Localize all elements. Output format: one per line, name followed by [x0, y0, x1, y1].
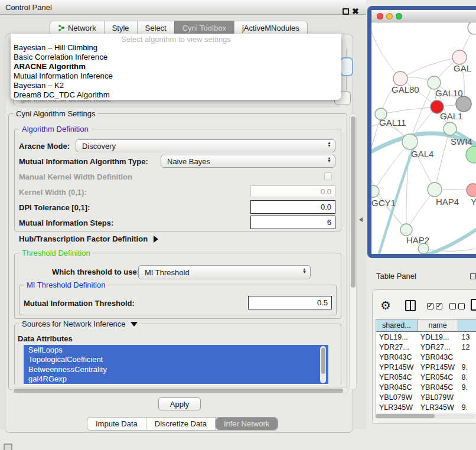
- network-node[interactable]: [468, 22, 476, 34]
- control-panel-title: Control Panel: [5, 3, 52, 12]
- node-label: GAL: [454, 63, 471, 73]
- apply-button[interactable]: Apply: [158, 397, 201, 410]
- network-graph[interactable]: GALGAL80GAL10GAL1GAL11SWI4GAL4GCY1HAP4YH…: [371, 22, 476, 254]
- dpi-tolerance-field[interactable]: 0.0: [250, 200, 335, 214]
- network-edge[interactable]: [423, 249, 476, 252]
- mi-steps-field[interactable]: 6: [250, 216, 335, 229]
- table-cell: YBR045C: [418, 382, 459, 392]
- attribute-list-scrollbar-thumb[interactable]: [321, 348, 325, 374]
- algorithm-option[interactable]: Bayesian – K2: [11, 80, 341, 90]
- tab-discretize-data[interactable]: Discretize Data: [146, 418, 216, 430]
- aracne-mode-select[interactable]: Discovery ▲▼: [76, 139, 335, 152]
- network-edge[interactable]: [400, 57, 459, 79]
- mi-threshold-field[interactable]: 0.5: [248, 296, 332, 309]
- tab-cyni-toolbox[interactable]: Cyni Toolbox: [174, 21, 234, 34]
- network-node-hap2[interactable]: [400, 224, 412, 236]
- which-threshold-select[interactable]: MI Threshold ▲▼: [138, 265, 311, 279]
- table-cell: YPR145W: [376, 362, 418, 372]
- table-cell: 13: [458, 332, 476, 342]
- network-node-gcy1[interactable]: [371, 185, 379, 197]
- dpi-tolerance-label: DPI Tolerance [0,1]:: [19, 203, 90, 212]
- network-node-gal10[interactable]: [428, 76, 441, 89]
- stepper-arrows-icon: ▲▼: [327, 141, 331, 147]
- split-pane-collapse-icon[interactable]: [359, 217, 363, 222]
- attribute-item[interactable]: TopologicalCoefficient: [24, 355, 328, 365]
- zoom-traffic-light-icon[interactable]: [396, 13, 402, 19]
- network-edge[interactable]: [406, 142, 410, 230]
- attribute-item[interactable]: BetweennessCentrality: [24, 364, 328, 374]
- inference-algorithm-combo-fragment[interactable]: [340, 57, 353, 76]
- table-horizontal-scrollbar-thumb[interactable]: [376, 414, 435, 418]
- table-header-row: shared...name: [376, 319, 476, 332]
- cyni-bottom-tabbar: Impute DataDiscretize DataInfer Network: [87, 417, 278, 431]
- kernel-width-field[interactable]: 0.0: [250, 185, 335, 197]
- tab-infer-network[interactable]: Infer Network: [216, 418, 278, 430]
- tab-jactivemnodules[interactable]: jActiveMNodules: [234, 21, 308, 34]
- network-edge[interactable]: [435, 129, 450, 190]
- table-row[interactable]: YLR345WYLR345W9.: [376, 402, 476, 412]
- gear-icon[interactable]: ⚙: [380, 298, 391, 312]
- manual-kernel-checkbox[interactable]: [324, 172, 332, 180]
- unselect-columns-icon[interactable]: [449, 303, 467, 309]
- table-cell: YLR345W: [376, 402, 418, 412]
- algorithm-option[interactable]: Basic Correlation Inference: [11, 52, 341, 61]
- table-cell: 8.: [458, 372, 476, 382]
- table-row[interactable]: YPR145WYPR145W9.: [376, 362, 476, 372]
- algorithm-option[interactable]: Mutual Information Inference: [11, 71, 341, 80]
- table-doc-icon[interactable]: [471, 299, 476, 311]
- table-row[interactable]: YBL079WYBL079W: [376, 392, 476, 402]
- stepper-arrows-icon: ▲▼: [327, 156, 331, 162]
- table-panel-float-icon[interactable]: [470, 273, 476, 279]
- node-label: Y: [471, 197, 476, 207]
- node-table[interactable]: shared...nameYDL19...YDL19...13YDR27...Y…: [376, 319, 476, 415]
- close-icon[interactable]: ✖: [352, 6, 359, 16]
- manual-kernel-label: Manual Kernel Width Definition: [19, 172, 132, 181]
- tab-network[interactable]: Network: [50, 21, 105, 34]
- network-window-titlebar[interactable]: [371, 10, 476, 22]
- algorithm-option[interactable]: ARACNE Algorithm: [11, 61, 341, 71]
- network-node[interactable]: [466, 146, 476, 163]
- collapsed-panel-chip[interactable]: [4, 444, 12, 450]
- network-node-gal80[interactable]: [393, 71, 407, 86]
- close-traffic-light-icon[interactable]: [377, 13, 383, 19]
- table-row[interactable]: YBR045CYBR045C9.: [376, 382, 476, 392]
- attribute-item[interactable]: gal4RGexp: [24, 374, 328, 384]
- network-node-gal[interactable]: [452, 50, 467, 64]
- network-node-swi4[interactable]: [444, 122, 457, 135]
- data-attributes-list[interactable]: SelfLoopsTopologicalCoefficientBetweenne…: [24, 345, 328, 385]
- settings-vertical-scrollbar-thumb[interactable]: [351, 116, 356, 288]
- control-panel-titlebar[interactable]: Control Panel: [0, 0, 366, 15]
- column-header[interactable]: [458, 319, 476, 332]
- select-columns-icon[interactable]: [427, 303, 445, 309]
- float-window-icon[interactable]: [343, 8, 349, 15]
- settings-horizontal-scrollbar-thumb[interactable]: [14, 389, 343, 393]
- network-node[interactable]: [418, 243, 429, 254]
- split-view-icon[interactable]: [405, 300, 416, 311]
- column-header-shared[interactable]: shared...: [376, 319, 418, 332]
- network-edge[interactable]: [371, 30, 400, 79]
- algorithm-option[interactable]: Bayesian – Hill Climbing: [11, 43, 341, 52]
- table-row[interactable]: YER054CYER054C8.: [376, 372, 476, 382]
- network-edge[interactable]: [381, 107, 437, 114]
- attribute-item[interactable]: SelfLoops: [24, 345, 328, 355]
- algorithm-option[interactable]: Dream8 DC_TDC Algorithm: [11, 90, 341, 99]
- minimize-traffic-light-icon[interactable]: [386, 13, 393, 19]
- expanded-arrow-icon[interactable]: [131, 322, 138, 327]
- network-node-y[interactable]: [467, 184, 476, 197]
- tab-style[interactable]: Style: [104, 21, 138, 34]
- node-label: GAL4: [411, 149, 433, 159]
- mi-algorithm-type-select[interactable]: Naive Bayes ▲▼: [161, 155, 335, 168]
- which-threshold-label: Which threshold to use:: [52, 268, 139, 276]
- table-row[interactable]: YDL19...YDL19...13: [376, 332, 476, 342]
- tab-impute-data[interactable]: Impute Data: [87, 418, 146, 430]
- control-panel-tabbar: NetworkStyleSelectCyni ToolboxjActiveMNo…: [50, 21, 307, 34]
- table-row[interactable]: YBR043CYBR043C: [376, 352, 476, 362]
- table-cell: YDL19...: [376, 332, 418, 342]
- tab-select[interactable]: Select: [137, 21, 175, 34]
- column-header-name[interactable]: name: [418, 319, 459, 332]
- network-node-hap4[interactable]: [428, 182, 442, 197]
- hub-definition-toggle[interactable]: Hub/Transcription Factor Definition: [19, 234, 158, 243]
- table-row[interactable]: YDR27...YDR27...12: [376, 342, 476, 352]
- network-node-gal4[interactable]: [402, 134, 418, 149]
- network-node[interactable]: [456, 96, 471, 112]
